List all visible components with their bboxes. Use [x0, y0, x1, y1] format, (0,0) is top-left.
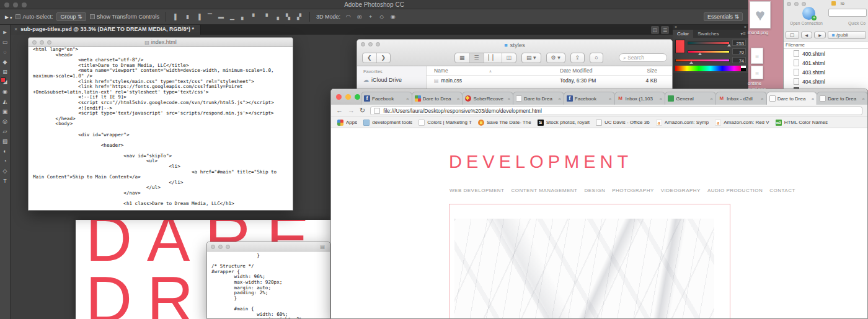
close-tab-icon[interactable]: × [406, 96, 409, 102]
close-tab-icon[interactable]: × [457, 96, 460, 102]
close-tab-icon[interactable]: × [710, 96, 713, 102]
brush-tool-icon[interactable]: ◭ [3, 99, 7, 105]
blue-slider[interactable] [675, 59, 730, 62]
chrome-tab[interactable]: fFacebook× [564, 92, 615, 105]
close-tab-icon[interactable]: × [609, 96, 612, 102]
nav-link[interactable]: PHOTOGRAPHY [612, 188, 654, 193]
collapsed-panel-icons[interactable]: ◫☰ [651, 26, 669, 34]
chrome-tab[interactable]: Dare to Drea× [513, 92, 564, 105]
html-code[interactable]: <html lang="en"> <head> <meta charset="u… [29, 45, 293, 207]
nav-link[interactable]: DESIGN [584, 188, 605, 193]
desktop-icon-diamond[interactable]: ♥ [750, 1, 771, 28]
forward-icon[interactable]: ❯ [377, 53, 391, 63]
tab-swatches[interactable]: Swatches [693, 30, 724, 38]
zoom-icon[interactable] [355, 94, 360, 100]
icon-view-icon[interactable]: ▦ [455, 53, 470, 63]
marquee-tool-icon[interactable]: ▭ [2, 40, 8, 45]
zoom-icon[interactable] [376, 42, 380, 46]
forward-button[interactable]: → [348, 107, 355, 114]
bookmarks-icon[interactable]: ▢ [786, 31, 799, 39]
checkbox-icon[interactable] [90, 14, 95, 19]
eraser-tool-icon[interactable]: ▱ [3, 129, 7, 134]
healing-brush-tool-icon[interactable]: ◉ [2, 89, 7, 95]
finder-file-row[interactable]: ▤main.cssToday, 6:30 PM4 KB [427, 76, 672, 85]
crop-tool-icon[interactable]: ⊞ [2, 69, 7, 75]
align-right-icon[interactable]: ▐ [195, 14, 203, 20]
close-icon[interactable] [336, 94, 342, 100]
back-button[interactable]: ← [336, 107, 343, 114]
column-date[interactable]: Date Modified [560, 68, 625, 74]
nav-link[interactable]: CONTACT [769, 188, 795, 193]
close-tab-icon[interactable]: × [862, 96, 865, 102]
workspace-dropdown[interactable]: Essentials ⇅ [704, 12, 743, 21]
color-spectrum-bar[interactable] [675, 66, 746, 71]
list-view-icon[interactable]: ☰ [470, 53, 484, 63]
type-tool-icon[interactable]: T [3, 178, 7, 184]
foreground-color-swatch[interactable] [1, 77, 6, 82]
close-tab-icon[interactable]: × [558, 96, 561, 102]
bookmark-item[interactable]: aAmazon.com: Symp [656, 120, 709, 126]
sidebar-item-icloud[interactable]: ☁iCloud Drive [363, 77, 426, 83]
back-icon[interactable]: ❮ [363, 53, 377, 63]
minimize-icon[interactable] [345, 94, 351, 100]
align-top-icon[interactable]: ▔ [206, 14, 214, 20]
chrome-tab[interactable]: MInbox - d2dl× [715, 92, 767, 105]
path-dropdown[interactable]: ■ /publi [828, 31, 866, 39]
dist-h-center-icon[interactable]: ▚ [284, 14, 292, 20]
ftp-file-row[interactable]: 404.shtml [784, 77, 868, 86]
bookmark-item[interactable]: aAmazon.com: Red V [715, 120, 769, 126]
close-tab-icon[interactable]: × [14, 26, 17, 32]
column-size[interactable]: Size [625, 68, 662, 74]
chrome-tab[interactable]: MInbox (1,103× [614, 92, 666, 105]
blur-tool-icon[interactable]: ◐ [3, 149, 6, 154]
collapse-left-icon[interactable]: « [675, 25, 677, 30]
bookmark-item[interactable]: SStock photos, royalt [538, 120, 590, 126]
minimize-icon[interactable] [40, 40, 44, 45]
forward-button[interactable]: ▶ [814, 32, 826, 38]
nav-link[interactable]: VIDEOGRAPHY [661, 188, 701, 193]
white-black-swatches[interactable] [741, 66, 746, 71]
dodge-tool-icon[interactable]: ◔ [3, 159, 6, 164]
nav-link[interactable]: WEB DEVELOPMENT [450, 188, 504, 193]
dist-right-icon[interactable]: ▞ [295, 14, 303, 20]
column-view-icon[interactable]: ▏▏ [484, 53, 502, 63]
photoshop-toolbar[interactable]: ►▭◌◆⊞◢◉◭▣◎▱▨◐◔◇T [0, 25, 11, 319]
back-button[interactable]: ◀ [801, 32, 813, 38]
mode-icons[interactable]: ◠◎+◇◉ [344, 14, 397, 20]
dist-bottom-icon[interactable]: ▝ [262, 14, 270, 20]
chrome-tab[interactable]: Dare to Drea× [766, 92, 818, 105]
move-tool-icon[interactable]: ► [2, 30, 8, 35]
close-tab-icon[interactable]: × [761, 96, 764, 102]
chrome-tab[interactable]: Dare to Drea× [817, 92, 868, 105]
bookmark-item[interactable]: UC Davis - Office 36 [596, 120, 650, 126]
tag-icon[interactable]: ○ [590, 53, 602, 63]
dist-left-icon[interactable]: ▗ [273, 14, 281, 20]
current-color-swatch[interactable] [675, 40, 685, 53]
tags-button[interactable]: ○ [590, 53, 603, 63]
green-value[interactable]: 70 [732, 48, 746, 55]
minimize-icon[interactable] [368, 42, 373, 46]
gear-icon[interactable]: ⚙ ▾ [547, 53, 565, 63]
ftp-file-row[interactable]: 400.shtml [784, 49, 868, 58]
dolly-icon[interactable]: ◉ [389, 14, 397, 20]
window-controls[interactable] [336, 94, 360, 100]
ftp-file-row[interactable]: 401.shtml [784, 58, 868, 68]
close-icon[interactable] [361, 42, 365, 46]
column-name[interactable]: Name ∧ [427, 68, 560, 74]
desktop-icon-document[interactable]: ▤ [751, 48, 763, 64]
align-v-center-icon[interactable]: ▬ [217, 14, 225, 20]
chrome-tab[interactable]: fFacebook× [361, 92, 412, 105]
view-buttons[interactable]: ▦☰▏▏◫ [454, 53, 516, 63]
pan-icon[interactable]: + [366, 14, 374, 20]
window-controls[interactable] [361, 42, 380, 46]
bookmark-item[interactable]: Apps [337, 120, 357, 126]
blue-value[interactable]: 74 [732, 57, 746, 63]
nav-link[interactable]: AUDIO PRODUCTION [707, 188, 763, 193]
properties-panel-icon[interactable]: ☰ [661, 26, 669, 34]
gradient-tool-icon[interactable]: ▨ [2, 139, 8, 144]
align-bottom-icon[interactable]: ▁ [228, 14, 236, 20]
panel-menu-icon[interactable]: ▾≡ [738, 30, 748, 38]
auto-select-checkbox[interactable]: Auto-Select: [16, 14, 53, 20]
align-left-icon[interactable]: ▌ [172, 14, 180, 20]
ftp-titlebar[interactable]: lo [784, 0, 868, 7]
